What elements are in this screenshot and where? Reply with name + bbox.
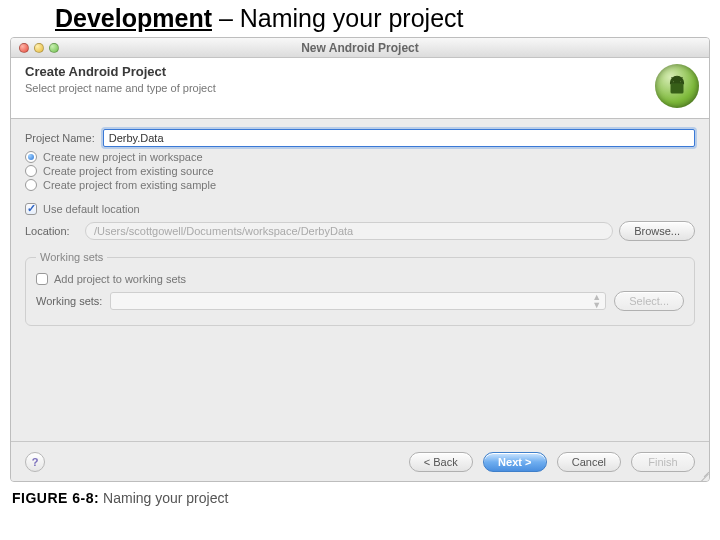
dialog-window: New Android Project Create Android Proje… bbox=[10, 37, 710, 482]
dialog-heading: Create Android Project bbox=[25, 64, 216, 79]
svg-rect-0 bbox=[671, 84, 684, 94]
radio-existing-sample[interactable] bbox=[25, 179, 37, 191]
radio-existing-source[interactable] bbox=[25, 165, 37, 177]
cancel-button[interactable]: Cancel bbox=[557, 452, 621, 472]
working-sets-row-label: Working sets: bbox=[36, 295, 102, 307]
android-icon bbox=[655, 64, 699, 108]
working-sets-legend: Working sets bbox=[36, 251, 107, 263]
next-button[interactable]: Next > bbox=[483, 452, 547, 472]
use-default-location-label: Use default location bbox=[43, 203, 140, 215]
project-name-label: Project Name: bbox=[25, 132, 95, 144]
help-icon[interactable]: ? bbox=[25, 452, 45, 472]
radio-existing-sample-label: Create project from existing sample bbox=[43, 179, 216, 191]
window-titlebar: New Android Project bbox=[11, 38, 709, 58]
radio-create-new-label: Create new project in workspace bbox=[43, 151, 203, 163]
resize-handle-icon[interactable] bbox=[695, 467, 709, 481]
figure-caption: FIGURE 6-8: Naming your project bbox=[0, 482, 720, 506]
working-sets-select[interactable]: ▲▼ bbox=[110, 292, 606, 310]
location-label: Location: bbox=[25, 225, 79, 237]
dialog-header: Create Android Project Select project na… bbox=[11, 58, 709, 119]
radio-create-new[interactable] bbox=[25, 151, 37, 163]
select-working-sets-button[interactable]: Select... bbox=[614, 291, 684, 311]
dialog-subheading: Select project name and type of project bbox=[25, 82, 216, 94]
finish-button[interactable]: Finish bbox=[631, 452, 695, 472]
browse-button[interactable]: Browse... bbox=[619, 221, 695, 241]
use-default-location-checkbox[interactable] bbox=[25, 203, 37, 215]
back-button[interactable]: < Back bbox=[409, 452, 473, 472]
working-sets-group: Working sets Add project to working sets… bbox=[25, 251, 695, 326]
dialog-footer: ? < Back Next > Cancel Finish bbox=[11, 441, 709, 481]
slide-title-main: Development bbox=[55, 4, 212, 32]
radio-existing-source-label: Create project from existing source bbox=[43, 165, 214, 177]
figure-number: FIGURE 6-8: bbox=[12, 490, 99, 506]
dialog-body: Project Name: Create new project in work… bbox=[11, 119, 709, 326]
figure-text: Naming your project bbox=[99, 490, 228, 506]
window-title: New Android Project bbox=[11, 41, 709, 55]
add-to-working-sets-checkbox[interactable] bbox=[36, 273, 48, 285]
stepper-icon: ▲▼ bbox=[592, 293, 601, 309]
add-to-working-sets-label: Add project to working sets bbox=[54, 273, 186, 285]
location-input bbox=[85, 222, 613, 240]
project-name-input[interactable] bbox=[103, 129, 695, 147]
slide-title-rest: – Naming your project bbox=[212, 4, 464, 32]
slide-title: Development – Naming your project bbox=[0, 0, 720, 37]
